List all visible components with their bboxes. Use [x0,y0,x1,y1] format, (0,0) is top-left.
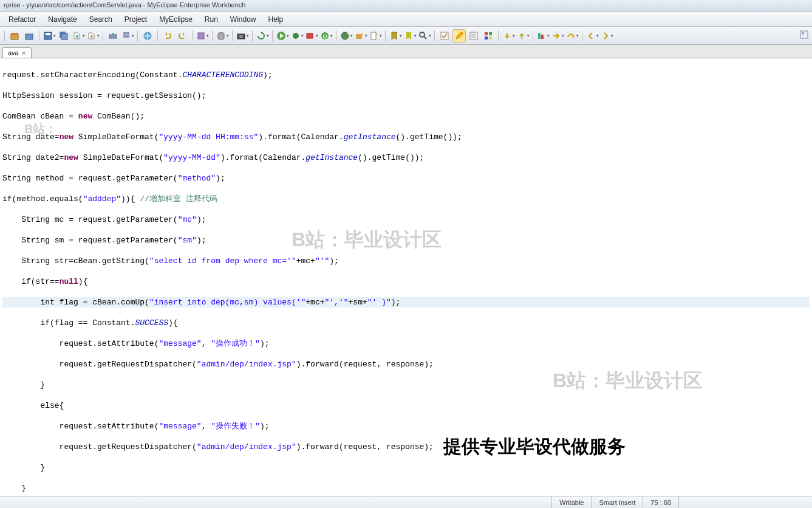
code-line: HttpSession session = request.getSession… [2,91,810,101]
separator [336,30,336,41]
tools-icon[interactable]: ▾ [196,29,209,43]
svg-rect-4 [46,33,50,35]
outline-icon[interactable] [467,29,480,43]
svg-rect-33 [489,36,492,39]
svg-rect-6 [61,33,67,39]
new-icon[interactable]: ▾ [369,29,382,43]
svg-rect-2 [26,34,33,39]
code-line: if(flag == Constant.SUCCESS){ [2,318,810,328]
main-toolbar: ▾ ▾ ▾ ▾ ▾ ▾ ▾ ▾ ▾ ▾ ▾ Q▾ ▾ ▾ ▾ ▾ ▾ ▾ ▾ ▾… [0,27,812,45]
svg-rect-9 [123,32,129,35]
run-class-icon[interactable]: Q▾ [319,29,333,43]
status-cursor-position[interactable]: 75 : 60 [643,496,678,508]
open-perspective-icon[interactable] [797,28,811,41]
close-icon[interactable]: ✕ [21,50,26,57]
code-editor[interactable]: request.setCharacterEncoding(Constant.CH… [0,58,812,497]
menu-help[interactable]: Help [262,13,290,26]
svg-rect-31 [489,32,492,35]
external-icon[interactable]: ▾ [305,29,318,43]
code-line: String sm = request.getParameter("sm"); [2,235,810,245]
separator [252,30,253,41]
svg-rect-30 [485,32,488,35]
separator [137,30,138,41]
next-annotation-icon[interactable]: ▾ [502,29,515,43]
bookmark-icon[interactable]: ▾ [389,29,402,43]
separator [192,30,193,41]
export-icon[interactable]: ▾ [86,29,100,43]
status-bar: Writable Smart Insert 75 : 60 [0,496,812,508]
deploy-icon[interactable] [106,29,120,43]
code-line: request.setCharacterEncoding(Constant.CH… [2,70,810,80]
separator [157,30,158,41]
camera-icon[interactable]: ▾ [236,29,249,43]
svg-rect-1 [11,33,18,35]
menu-navigate[interactable]: Navigate [42,13,83,26]
svg-rect-23 [371,32,376,39]
separator [103,30,103,41]
svg-rect-34 [538,33,541,39]
forward-icon[interactable]: ▾ [600,29,613,43]
status-writable[interactable]: Writable [551,496,591,508]
svg-rect-37 [802,32,804,35]
db-icon[interactable]: ▾ [216,29,229,43]
code-line: request.setAttribute("message", "操作成功！")… [2,338,810,349]
editor-tab-bar: ava ✕ [0,45,812,58]
package-alt-icon[interactable] [22,29,36,43]
status-extra [678,496,812,508]
code-line: request.getRequestDispatcher("admin/dep/… [2,359,810,369]
code-line: ComBean cBean = new ComBean(); [2,111,810,122]
task-icon[interactable] [438,29,451,43]
palette-icon[interactable] [482,29,495,43]
separator [4,30,5,41]
svg-rect-12 [198,33,204,39]
package-icon[interactable] [8,29,21,43]
menu-run[interactable]: Run [199,13,224,26]
status-insert-mode[interactable]: Smart Insert [591,496,643,508]
svg-rect-35 [541,35,544,39]
svg-point-8 [112,33,114,35]
svg-rect-0 [11,34,18,39]
separator [232,30,233,41]
separator [582,30,582,41]
menu-window[interactable]: Window [224,13,262,26]
save-icon[interactable]: ▾ [43,29,56,43]
search-icon[interactable]: ▾ [418,29,431,43]
new-class-icon[interactable]: ▾ [339,29,353,43]
step-over-icon[interactable]: ▾ [565,29,579,43]
prev-annotation-icon[interactable]: ▾ [516,29,530,43]
menu-myeclipse[interactable]: MyEclipse [153,13,199,26]
separator [385,30,386,41]
back-icon[interactable]: ▾ [585,29,599,43]
menu-bar: Refactor Navigate Search Project MyEclip… [0,12,812,27]
svg-text:Q: Q [322,33,327,39]
run-icon[interactable]: ▾ [276,29,289,43]
refresh-icon[interactable]: ▾ [256,29,269,43]
save-all-icon[interactable] [57,29,70,43]
redo-icon[interactable] [176,29,189,43]
code-line-current: int flag = cBean.comUp("insert into dep(… [2,297,810,307]
code-line: } [2,380,810,390]
import-icon[interactable]: ▾ [72,29,85,43]
new-package-icon[interactable]: ▾ [354,29,367,43]
tab-label: ava [8,49,19,57]
svg-rect-10 [123,35,129,38]
marker-icon[interactable]: ▾ [403,29,417,43]
code-line: String date=new SimpleDateFormat("yyyy-M… [2,132,810,142]
pencil-icon[interactable] [452,29,466,43]
code-line: request.getRequestDispatcher("admin/dep/… [2,442,810,452]
separator [39,30,39,41]
code-line: if(method.equals("adddep")){ //增加科室 注释代码 [2,194,810,204]
menu-project[interactable]: Project [118,13,153,26]
svg-point-15 [239,35,243,38]
editor-tab[interactable]: ava ✕ [2,47,32,58]
svg-rect-18 [307,33,313,38]
server-icon[interactable]: ▾ [121,29,134,43]
coverage-icon[interactable]: ▾ [536,29,550,43]
debug-icon[interactable]: ▾ [290,29,304,43]
menu-search[interactable]: Search [83,13,118,26]
separator [498,30,499,41]
menu-refactor[interactable]: Refactor [2,13,42,26]
undo-icon[interactable] [161,29,174,43]
browser-icon[interactable] [141,29,154,43]
step-into-icon[interactable]: ▾ [551,29,564,43]
